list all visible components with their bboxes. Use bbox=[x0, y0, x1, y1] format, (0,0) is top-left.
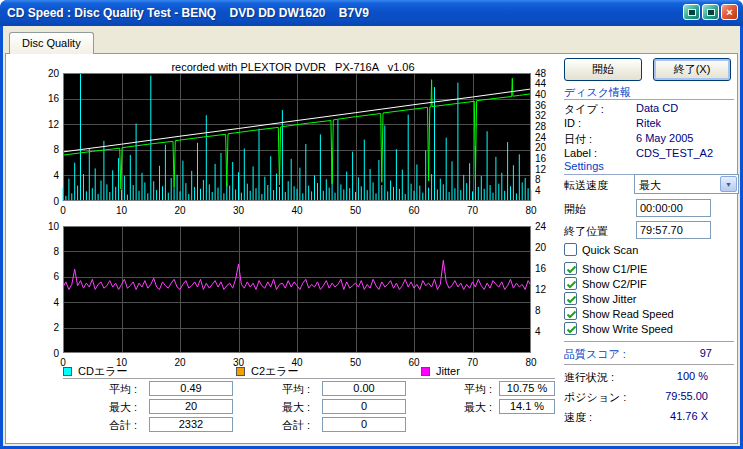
svg-text:8: 8 bbox=[53, 246, 59, 257]
checkbox-label: Show C2/PIF bbox=[582, 278, 647, 290]
stat-row-value: 20 bbox=[149, 399, 233, 414]
transfer-rate-select[interactable]: 最大 ▼ bbox=[634, 174, 739, 194]
maximize-button[interactable] bbox=[702, 4, 719, 20]
minimize-icon bbox=[688, 9, 696, 16]
stat-group: C2エラー 平均 : 0.00 最大 : 0 合計 : 0 bbox=[236, 364, 412, 435]
minimize-button[interactable] bbox=[683, 4, 700, 20]
disc-info-header: ディスク情報 bbox=[564, 85, 631, 100]
chevron-down-icon[interactable]: ▼ bbox=[720, 176, 737, 192]
kv-value: Data CD bbox=[636, 102, 678, 114]
checkbox[interactable] bbox=[564, 262, 577, 275]
svg-text:16: 16 bbox=[535, 153, 547, 164]
checkbox[interactable] bbox=[564, 307, 577, 320]
key-value-row: ポジション : 79:55.00 bbox=[564, 390, 734, 410]
kv-value: 100 % bbox=[677, 370, 708, 382]
checkbox-row[interactable]: Show C2/PIF bbox=[564, 276, 734, 291]
tab-page: recorded with PLEXTOR DVDR PX-716A v1.06… bbox=[5, 53, 738, 444]
checkbox[interactable] bbox=[564, 292, 577, 305]
stat-name: C2エラー bbox=[251, 364, 299, 379]
app-window: CD Speed : Disc Quality Test - BENQ DVD … bbox=[0, 0, 743, 449]
stat-row-label: 最大 : bbox=[464, 399, 499, 415]
kv-label: 速度 : bbox=[564, 410, 592, 425]
svg-text:32: 32 bbox=[535, 110, 547, 121]
checkbox[interactable] bbox=[564, 277, 577, 290]
svg-text:80: 80 bbox=[525, 205, 537, 216]
stat-color-swatch bbox=[236, 367, 245, 376]
svg-text:4: 4 bbox=[535, 185, 541, 196]
svg-text:28: 28 bbox=[535, 121, 547, 132]
scan-options-list: Quick Scan Show C1/PIE Show C2/PIF Show … bbox=[564, 242, 734, 336]
svg-text:36: 36 bbox=[535, 100, 547, 111]
checkbox[interactable] bbox=[564, 322, 577, 335]
checkbox-label: Show Write Speed bbox=[582, 323, 673, 335]
stat-row: 合計 : 0 bbox=[282, 417, 412, 435]
kv-value: 41.76 X bbox=[670, 410, 708, 422]
quality-chart: 0481216204812162024283236404448010203040… bbox=[43, 67, 555, 219]
checkbox-label: Show Jitter bbox=[582, 293, 636, 305]
kv-label: タイプ : bbox=[564, 102, 604, 117]
right-panel: ディスク情報 タイプ : Data CD ID : Ritek 日付 : 6 M… bbox=[559, 54, 738, 443]
svg-text:20: 20 bbox=[535, 142, 547, 153]
svg-text:16: 16 bbox=[535, 263, 547, 274]
checkbox-row[interactable]: Show Jitter bbox=[564, 291, 734, 306]
checkbox-row[interactable]: Quick Scan bbox=[564, 242, 734, 257]
start-position-label: 開始 bbox=[564, 202, 586, 217]
svg-text:0: 0 bbox=[60, 205, 66, 216]
divider bbox=[564, 341, 734, 343]
svg-text:8: 8 bbox=[535, 305, 541, 316]
settings-header: Settings bbox=[564, 160, 604, 172]
divider bbox=[564, 364, 734, 366]
stat-row-label: 平均 : bbox=[109, 381, 149, 397]
svg-text:12: 12 bbox=[535, 284, 547, 295]
kv-label: 進行状況 : bbox=[564, 370, 614, 385]
stat-row: 平均 : 0.00 bbox=[282, 381, 412, 399]
stat-row: 平均 : 0.49 bbox=[109, 381, 239, 399]
tab-disc-quality[interactable]: Disc Quality bbox=[9, 32, 94, 54]
kv-value: 6 May 2005 bbox=[636, 132, 693, 144]
start-position-input[interactable] bbox=[636, 199, 711, 217]
end-position-input[interactable] bbox=[636, 221, 711, 239]
svg-text:12: 12 bbox=[48, 119, 60, 130]
stat-row-value: 14.1 % bbox=[499, 399, 555, 414]
svg-text:24: 24 bbox=[535, 132, 547, 143]
kv-label: ポジション : bbox=[564, 390, 626, 405]
stat-color-swatch bbox=[421, 367, 430, 376]
stat-row-value: 0 bbox=[322, 399, 406, 414]
checkbox-row[interactable]: Show C1/PIE bbox=[564, 261, 734, 276]
checkbox-row[interactable]: Show Write Speed bbox=[564, 321, 734, 336]
stat-row-label: 最大 : bbox=[282, 399, 322, 415]
svg-text:8: 8 bbox=[535, 174, 541, 185]
progress-rows: 進行状況 : 100 % ポジション : 79:55.00 速度 : 41.76… bbox=[564, 370, 734, 430]
checkbox[interactable] bbox=[564, 243, 577, 256]
close-button[interactable]: × bbox=[721, 4, 738, 20]
key-value-row: ID : Ritek bbox=[564, 117, 734, 132]
svg-text:0: 0 bbox=[53, 348, 59, 359]
svg-text:6: 6 bbox=[53, 271, 59, 282]
stat-row: 最大 : 0 bbox=[282, 399, 412, 417]
transfer-rate-label: 転送速度 bbox=[564, 178, 608, 193]
end-position-label: 終了位置 bbox=[564, 224, 608, 239]
svg-text:40: 40 bbox=[535, 89, 547, 100]
stat-name: Jitter bbox=[436, 365, 460, 377]
title-bar[interactable]: CD Speed : Disc Quality Test - BENQ DVD … bbox=[0, 0, 743, 26]
check-icon bbox=[565, 263, 578, 276]
stat-row-value: 0 bbox=[322, 417, 406, 432]
stat-name: CDエラー bbox=[78, 364, 127, 379]
check-icon bbox=[565, 308, 578, 321]
maximize-icon bbox=[707, 9, 715, 16]
stat-row-value: 0.00 bbox=[322, 381, 406, 396]
stat-row-value: 0.49 bbox=[149, 381, 233, 396]
svg-text:48: 48 bbox=[535, 68, 547, 79]
stat-row-label: 平均 : bbox=[464, 381, 499, 397]
svg-text:44: 44 bbox=[535, 78, 547, 89]
svg-text:2: 2 bbox=[53, 322, 59, 333]
check-icon bbox=[565, 293, 578, 306]
svg-text:8: 8 bbox=[53, 144, 59, 155]
stat-rows: 平均 : 0.00 最大 : 0 合計 : 0 bbox=[236, 381, 412, 435]
svg-text:0: 0 bbox=[53, 196, 59, 207]
stat-row-label: 最大 : bbox=[109, 399, 149, 415]
svg-text:40: 40 bbox=[291, 205, 303, 216]
svg-text:50: 50 bbox=[350, 205, 362, 216]
svg-text:16: 16 bbox=[48, 93, 60, 104]
checkbox-row[interactable]: Show Read Speed bbox=[564, 306, 734, 321]
